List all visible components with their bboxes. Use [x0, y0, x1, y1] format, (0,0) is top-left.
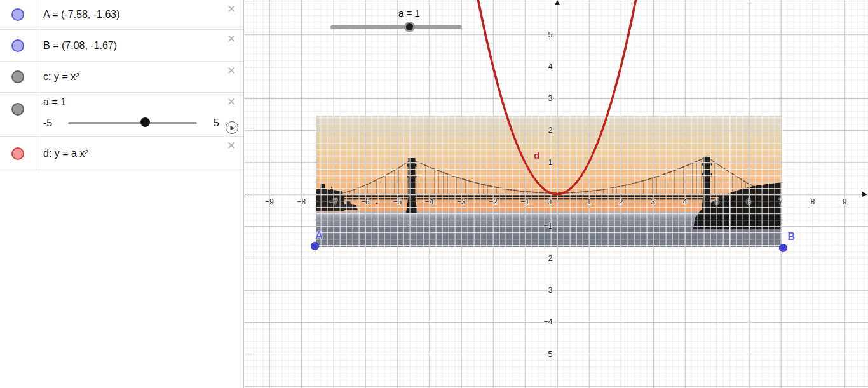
- visibility-toggle[interactable]: [0, 30, 36, 61]
- y-tick-label: −1: [543, 222, 552, 231]
- visibility-toggle[interactable]: [0, 93, 36, 136]
- point-b-label: B: [788, 231, 796, 243]
- x-tick-label: 5: [715, 197, 719, 206]
- point-a[interactable]: [311, 242, 319, 250]
- y-axis: [557, 4, 557, 388]
- graphics-slider-track[interactable]: [330, 25, 462, 29]
- graphics-slider-handle[interactable]: [404, 22, 415, 32]
- slider-max-label: 5: [214, 117, 219, 129]
- close-icon[interactable]: ✕: [226, 65, 237, 77]
- slider-a-value-label: a = 1: [43, 97, 66, 108]
- animate-play-button[interactable]: ▶: [226, 121, 238, 134]
- slider-a-handle[interactable]: [140, 117, 150, 127]
- point-a-definition: A = (-7.58, -1.63): [43, 0, 120, 29]
- x-tick-label: −3: [456, 197, 465, 206]
- x-tick-label: −9: [265, 197, 274, 206]
- point-style-icon[interactable]: [11, 8, 24, 21]
- close-icon[interactable]: ✕: [226, 34, 237, 45]
- x-tick-label: 6: [747, 197, 751, 206]
- geogebra-app: A = (-7.58, -1.63) ✕ B = (7.08, -1.67) ✕…: [0, 0, 868, 388]
- x-axis: [245, 194, 864, 194]
- graphics-view[interactable]: −9−8−7−6−5−4−3−2−10123456789−5−4−3−2−112…: [245, 0, 868, 388]
- y-tick-label: 2: [548, 126, 553, 135]
- function-style-icon[interactable]: [11, 147, 24, 160]
- x-tick-label: 1: [587, 197, 591, 206]
- slider-style-icon[interactable]: [11, 103, 24, 116]
- x-tick-label: 2: [619, 197, 623, 206]
- point-a-label: A: [315, 230, 323, 241]
- algebra-row-function-d[interactable]: d: y = a x² ✕: [0, 137, 243, 171]
- y-tick-label: −4: [543, 318, 552, 326]
- x-tick-label: −8: [297, 197, 306, 206]
- function-style-icon[interactable]: [11, 70, 24, 83]
- y-tick-label: 5: [548, 30, 553, 39]
- close-icon[interactable]: ✕: [226, 140, 237, 152]
- point-b[interactable]: [779, 244, 787, 252]
- x-tick-label: −1: [520, 197, 529, 206]
- x-tick-label: 7: [778, 197, 783, 206]
- x-tick-label: −2: [489, 197, 498, 206]
- graphics-slider-value-label: a = 1: [398, 8, 420, 18]
- x-tick-label: −4: [424, 197, 433, 206]
- x-tick-label: −6: [361, 197, 370, 206]
- y-tick-label: 1: [548, 158, 553, 167]
- visibility-toggle[interactable]: [0, 137, 36, 171]
- x-tick-label: 8: [810, 197, 815, 206]
- visibility-toggle[interactable]: [0, 62, 36, 92]
- y-tick-label: −2: [543, 254, 552, 263]
- slider-a-track[interactable]: [68, 122, 197, 124]
- x-axis-arrow-icon: [862, 192, 867, 197]
- y-axis-arrow-icon: [555, 0, 560, 5]
- x-tick-label: −5: [393, 197, 402, 206]
- algebra-row-slider-a[interactable]: a = 1 -5 5 ▶ ✕: [0, 93, 243, 137]
- algebra-panel: A = (-7.58, -1.63) ✕ B = (7.08, -1.67) ✕…: [0, 0, 244, 388]
- algebra-row-point-b[interactable]: B = (7.08, -1.67) ✕: [0, 30, 243, 62]
- point-b-definition: B = (7.08, -1.67): [43, 30, 117, 61]
- x-tick-label: 3: [651, 197, 655, 206]
- visibility-toggle[interactable]: [0, 0, 36, 29]
- y-tick-label: 3: [548, 94, 553, 103]
- x-tick-label: 9: [843, 197, 847, 206]
- function-c-definition: c: y = x²: [43, 62, 79, 92]
- y-tick-label: −5: [543, 350, 552, 359]
- algebra-row-point-a[interactable]: A = (-7.58, -1.63) ✕: [0, 0, 243, 30]
- x-tick-label: −7: [329, 197, 337, 206]
- x-tick-label: 0: [547, 197, 552, 206]
- slider-min-label: -5: [43, 117, 52, 129]
- x-tick-label: 4: [682, 197, 687, 206]
- close-icon[interactable]: ✕: [226, 4, 237, 15]
- point-style-icon[interactable]: [11, 39, 24, 52]
- function-d-definition: d: y = a x²: [43, 137, 88, 171]
- y-tick-label: −3: [543, 286, 552, 295]
- curve-d-label: d: [534, 150, 539, 161]
- algebra-row-function-c[interactable]: c: y = x² ✕: [0, 62, 243, 93]
- close-icon[interactable]: ✕: [226, 97, 237, 108]
- y-tick-label: 4: [548, 62, 553, 71]
